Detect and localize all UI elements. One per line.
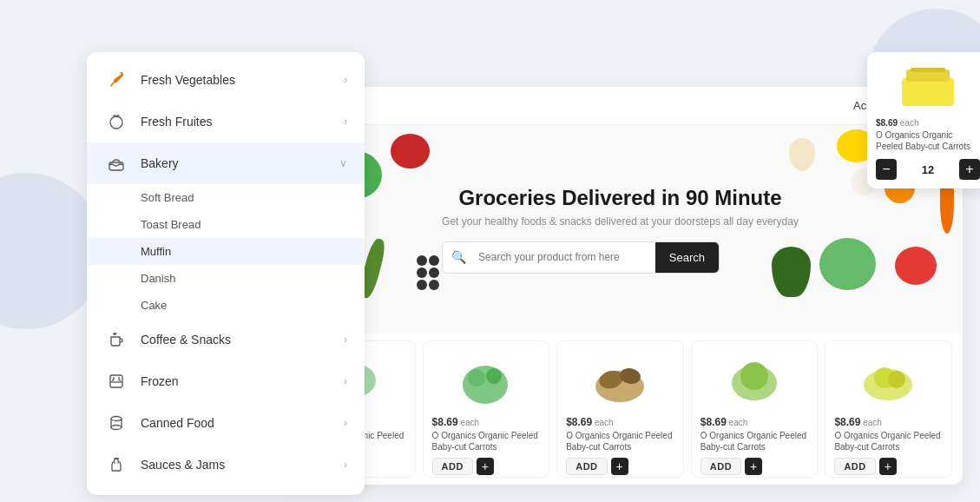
- product-image-2: [432, 350, 541, 411]
- deco-egg: [789, 138, 815, 171]
- search-icon: 🔍: [443, 250, 475, 264]
- svg-point-4: [111, 417, 122, 421]
- search-button[interactable]: Search: [655, 242, 719, 273]
- hero-subtitle: Get your healthy foods & snacks delivere…: [442, 215, 799, 228]
- product-add-row-4: ADD +: [700, 458, 762, 475]
- submenu-label-danish: Danish: [141, 272, 175, 285]
- svg-point-15: [468, 369, 485, 386]
- sidebar-item-frozen-label: Frozen: [141, 374, 344, 388]
- svg-rect-2: [110, 375, 122, 387]
- product-add-row-2: ADD +: [432, 458, 494, 475]
- sidebar-item-bakery[interactable]: Bakery ∨: [87, 142, 365, 184]
- hero-banner: Groceries Delivered in 90 Minute Get you…: [278, 125, 963, 334]
- sidebar-item-frozen[interactable]: Frozen ›: [87, 360, 365, 402]
- submenu-item-cake[interactable]: Cake: [87, 292, 365, 319]
- deco-cabbage2: [819, 238, 876, 290]
- sidebar-item-canned-food-label: Canned Food: [141, 416, 344, 430]
- submenu-item-toast-bread[interactable]: Toast Bread: [87, 211, 365, 238]
- coffee-icon: [104, 327, 128, 352]
- sidebar-item-coffee-snacks-label: Coffee & Snacks: [141, 333, 344, 347]
- svg-point-24: [888, 371, 905, 388]
- submenu-item-soft-bread[interactable]: Soft Bread: [87, 184, 365, 211]
- add-button-5[interactable]: ADD: [834, 458, 875, 475]
- chevron-right-icon: ›: [344, 375, 347, 387]
- product-price-4: $8.69 each: [700, 416, 748, 428]
- product-name-2: O Organics Organic Peeled Baby-cut Carro…: [432, 430, 541, 452]
- fruit-icon: [104, 109, 128, 134]
- product-grid: $8.69 each O Organics Organic Peeled Bab…: [278, 334, 963, 485]
- chevron-right-icon: ›: [344, 334, 347, 346]
- product-card-4: $8.69 each O Organics Organic Peeled Bab…: [691, 340, 819, 478]
- svg-point-21: [740, 362, 768, 390]
- deco-onion: [391, 134, 430, 168]
- svg-rect-25: [902, 78, 954, 106]
- main-header: Account ∨ 🛒 1: [278, 87, 963, 125]
- hero-search-bar: 🔍 Search: [442, 241, 720, 274]
- deco-tomato: [895, 247, 937, 285]
- svg-point-5: [111, 426, 122, 430]
- floating-card-stepper: − 12 +: [876, 159, 980, 180]
- stepper-value: 12: [922, 163, 934, 176]
- plus-button-4[interactable]: +: [745, 458, 762, 475]
- stepper-minus-button[interactable]: −: [876, 159, 897, 180]
- product-name-3: O Organics Organic Peeled Baby-cut Carro…: [566, 430, 674, 452]
- product-image-4: [700, 350, 809, 411]
- dairy-icon: [104, 494, 128, 495]
- bakery-icon: [104, 151, 128, 175]
- svg-rect-27: [911, 68, 945, 72]
- sidebar: Fresh Vegetables › Fresh Fruites › Baker…: [87, 52, 365, 495]
- product-price-5: $8.69 each: [834, 416, 882, 428]
- chevron-right-icon: ›: [344, 116, 347, 128]
- sidebar-item-dairy-eggs[interactable]: Dairy & Eggs ›: [87, 485, 365, 495]
- deco-cucumber: [365, 238, 380, 299]
- plus-button-5[interactable]: +: [879, 458, 897, 475]
- floating-product-card: $8.69 each O Organics Organic Peeled Bab…: [867, 52, 980, 188]
- sidebar-item-sauces-jams[interactable]: Sauces & Jams ›: [87, 444, 365, 485]
- floating-card-image: [876, 61, 980, 113]
- product-add-row-5: ADD +: [834, 458, 896, 475]
- frozen-icon: [104, 369, 128, 393]
- product-card-5: $8.69 each O Organics Organic Peeled Bab…: [825, 340, 952, 478]
- hero-text-block: Groceries Delivered in 90 Minute Get you…: [442, 186, 799, 274]
- plus-button-3[interactable]: +: [611, 458, 628, 475]
- chevron-right-icon: ›: [344, 74, 347, 86]
- product-card-2: $8.69 each O Organics Organic Peeled Bab…: [423, 340, 550, 478]
- search-input[interactable]: [475, 242, 655, 272]
- product-image-3: [566, 350, 674, 411]
- sidebar-item-fresh-fruites[interactable]: Fresh Fruites ›: [87, 101, 365, 142]
- stepper-plus-button[interactable]: +: [959, 159, 980, 180]
- sidebar-item-sauces-jams-label: Sauces & Jams: [141, 458, 344, 472]
- product-name-4: O Organics Organic Peeled Baby-cut Carro…: [700, 430, 809, 452]
- chevron-right-icon: ›: [344, 417, 347, 429]
- add-button-3[interactable]: ADD: [566, 458, 607, 475]
- submenu-label-soft-bread: Soft Bread: [141, 191, 194, 204]
- can-icon: [104, 411, 128, 435]
- floating-card-name: O Organics Organic Peeled Baby-cut Carro…: [876, 129, 980, 152]
- plus-button-2[interactable]: +: [477, 458, 494, 475]
- deco-peppers: [417, 255, 443, 290]
- add-button-2[interactable]: ADD: [432, 458, 473, 475]
- submenu-label-toast-bread: Toast Bread: [141, 218, 201, 231]
- sidebar-item-canned-food[interactable]: Canned Food ›: [87, 402, 365, 444]
- submenu-item-muffin[interactable]: Muffin: [87, 238, 365, 265]
- carrot-icon: [104, 68, 128, 92]
- sidebar-item-fresh-vegetables[interactable]: Fresh Vegetables ›: [87, 59, 365, 101]
- chevron-right-icon: ›: [344, 459, 347, 471]
- sidebar-item-coffee-snacks[interactable]: Coffee & Snacks ›: [87, 319, 365, 360]
- svg-point-14: [463, 366, 508, 404]
- submenu-item-danish[interactable]: Danish: [87, 265, 365, 292]
- sidebar-item-bakery-label: Bakery: [141, 156, 339, 170]
- product-add-row-3: ADD +: [566, 458, 628, 475]
- add-button-4[interactable]: ADD: [700, 458, 741, 475]
- sauce-icon: [104, 452, 128, 477]
- bakery-submenu: Soft Bread Toast Bread Muffin Danish Cak…: [87, 184, 365, 319]
- product-price-2: $8.69 each: [432, 416, 480, 428]
- chevron-down-icon: ∨: [339, 157, 347, 169]
- floating-card-price: $8.69 each: [876, 118, 980, 128]
- sidebar-item-fresh-vegetables-label: Fresh Vegetables: [141, 73, 344, 87]
- product-name-5: O Organics Organic Peeled Baby-cut Carro…: [834, 430, 943, 452]
- product-card-3: $8.69 each O Organics Organic Peeled Bab…: [556, 340, 684, 478]
- hero-title: Groceries Delivered in 90 Minute: [442, 186, 799, 210]
- svg-point-16: [486, 368, 502, 384]
- submenu-label-cake: Cake: [141, 299, 167, 312]
